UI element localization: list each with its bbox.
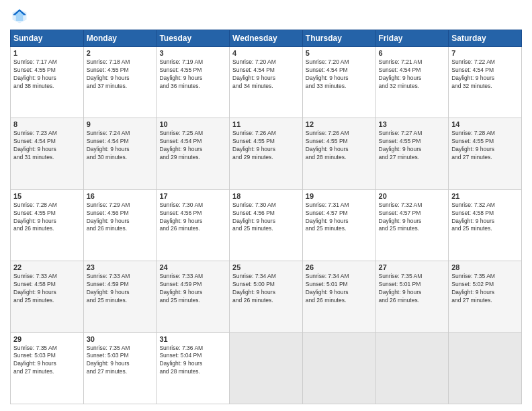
day-number: 19 (306, 192, 373, 200)
day-cell: 17Sunrise: 7:30 AM Sunset: 4:56 PM Dayli… (157, 189, 230, 261)
day-cell: 24Sunrise: 7:33 AM Sunset: 4:59 PM Dayli… (157, 261, 230, 332)
day-info: Sunrise: 7:17 AM Sunset: 4:55 PM Dayligh… (13, 58, 81, 91)
day-cell: 16Sunrise: 7:29 AM Sunset: 4:56 PM Dayli… (83, 189, 157, 261)
day-info: Sunrise: 7:27 AM Sunset: 4:55 PM Dayligh… (379, 130, 446, 162)
day-number: 7 (451, 49, 519, 57)
day-number: 28 (451, 263, 519, 271)
calendar-table: SundayMondayTuesdayWednesdayThursdayFrid… (10, 30, 522, 404)
day-cell: 4Sunrise: 7:20 AM Sunset: 4:54 PM Daylig… (230, 47, 303, 118)
day-number: 10 (159, 120, 226, 128)
day-info: Sunrise: 7:32 AM Sunset: 4:57 PM Dayligh… (379, 201, 446, 234)
day-cell: 12Sunrise: 7:26 AM Sunset: 4:55 PM Dayli… (302, 118, 375, 189)
day-cell: 13Sunrise: 7:27 AM Sunset: 4:55 PM Dayli… (375, 118, 449, 189)
day-number: 17 (159, 192, 226, 200)
weekday-header-thursday: Thursday (302, 30, 375, 47)
day-number: 12 (306, 120, 373, 128)
day-number: 6 (379, 49, 446, 57)
day-number: 23 (87, 263, 154, 271)
day-number: 15 (13, 192, 81, 200)
weekday-header-sunday: Sunday (11, 30, 84, 47)
day-number: 20 (379, 192, 446, 200)
header (10, 7, 522, 26)
week-row-3: 15Sunrise: 7:28 AM Sunset: 4:55 PM Dayli… (11, 189, 522, 261)
day-cell: 28Sunrise: 7:35 AM Sunset: 5:02 PM Dayli… (449, 261, 522, 332)
day-cell: 26Sunrise: 7:34 AM Sunset: 5:01 PM Dayli… (302, 261, 375, 332)
weekday-header-saturday: Saturday (449, 30, 522, 47)
day-cell: 15Sunrise: 7:28 AM Sunset: 4:55 PM Dayli… (11, 189, 84, 261)
day-info: Sunrise: 7:25 AM Sunset: 4:54 PM Dayligh… (159, 130, 226, 162)
day-info: Sunrise: 7:28 AM Sunset: 4:55 PM Dayligh… (451, 130, 519, 162)
day-cell: 21Sunrise: 7:32 AM Sunset: 4:58 PM Dayli… (449, 189, 522, 261)
day-info: Sunrise: 7:21 AM Sunset: 4:54 PM Dayligh… (379, 58, 446, 91)
day-number: 29 (13, 335, 81, 343)
day-number: 31 (159, 335, 226, 343)
day-cell: 5Sunrise: 7:20 AM Sunset: 4:54 PM Daylig… (302, 47, 375, 118)
weekday-header-friday: Friday (375, 30, 449, 47)
day-info: Sunrise: 7:26 AM Sunset: 4:55 PM Dayligh… (232, 130, 300, 162)
day-number: 1 (13, 49, 81, 57)
day-number: 11 (232, 120, 300, 128)
day-number: 21 (451, 192, 519, 200)
day-info: Sunrise: 7:33 AM Sunset: 4:59 PM Dayligh… (87, 273, 154, 305)
day-number: 8 (13, 120, 81, 128)
day-number: 27 (379, 263, 446, 271)
day-cell: 3Sunrise: 7:19 AM Sunset: 4:55 PM Daylig… (157, 47, 230, 118)
day-info: Sunrise: 7:33 AM Sunset: 4:58 PM Dayligh… (13, 273, 81, 305)
day-info: Sunrise: 7:22 AM Sunset: 4:54 PM Dayligh… (451, 58, 519, 91)
day-cell: 1Sunrise: 7:17 AM Sunset: 4:55 PM Daylig… (11, 47, 84, 118)
day-info: Sunrise: 7:20 AM Sunset: 4:54 PM Dayligh… (306, 58, 373, 91)
weekday-header-monday: Monday (83, 30, 157, 47)
day-cell: 23Sunrise: 7:33 AM Sunset: 4:59 PM Dayli… (83, 261, 157, 332)
day-number: 16 (87, 192, 154, 200)
day-number: 2 (87, 49, 154, 57)
day-cell: 18Sunrise: 7:30 AM Sunset: 4:56 PM Dayli… (230, 189, 303, 261)
day-cell: 19Sunrise: 7:31 AM Sunset: 4:57 PM Dayli… (302, 189, 375, 261)
weekday-header-tuesday: Tuesday (157, 30, 230, 47)
day-info: Sunrise: 7:31 AM Sunset: 4:57 PM Dayligh… (306, 201, 373, 234)
day-number: 5 (306, 49, 373, 57)
day-cell: 14Sunrise: 7:28 AM Sunset: 4:55 PM Dayli… (449, 118, 522, 189)
weekday-header-row: SundayMondayTuesdayWednesdayThursdayFrid… (11, 30, 522, 47)
day-info: Sunrise: 7:35 AM Sunset: 5:03 PM Dayligh… (87, 345, 154, 377)
week-row-1: 1Sunrise: 7:17 AM Sunset: 4:55 PM Daylig… (11, 47, 522, 118)
day-number: 18 (232, 192, 300, 200)
day-number: 3 (159, 49, 226, 57)
day-info: Sunrise: 7:34 AM Sunset: 5:00 PM Dayligh… (232, 273, 300, 305)
day-info: Sunrise: 7:23 AM Sunset: 4:54 PM Dayligh… (13, 130, 81, 162)
page: SundayMondayTuesdayWednesdayThursdayFrid… (0, 0, 532, 411)
week-row-5: 29Sunrise: 7:35 AM Sunset: 5:03 PM Dayli… (11, 332, 522, 404)
day-cell: 2Sunrise: 7:18 AM Sunset: 4:55 PM Daylig… (83, 47, 157, 118)
day-cell: 20Sunrise: 7:32 AM Sunset: 4:57 PM Dayli… (375, 189, 449, 261)
day-cell (230, 332, 303, 404)
day-info: Sunrise: 7:18 AM Sunset: 4:55 PM Dayligh… (87, 58, 154, 91)
day-cell: 30Sunrise: 7:35 AM Sunset: 5:03 PM Dayli… (83, 332, 157, 404)
day-cell (449, 332, 522, 404)
day-info: Sunrise: 7:32 AM Sunset: 4:58 PM Dayligh… (451, 201, 519, 234)
week-row-2: 8Sunrise: 7:23 AM Sunset: 4:54 PM Daylig… (11, 118, 522, 189)
day-info: Sunrise: 7:20 AM Sunset: 4:54 PM Dayligh… (232, 58, 300, 91)
day-info: Sunrise: 7:35 AM Sunset: 5:03 PM Dayligh… (13, 345, 81, 377)
day-info: Sunrise: 7:36 AM Sunset: 5:04 PM Dayligh… (159, 345, 226, 377)
day-info: Sunrise: 7:29 AM Sunset: 4:56 PM Dayligh… (87, 201, 154, 234)
logo (10, 7, 32, 26)
day-info: Sunrise: 7:26 AM Sunset: 4:55 PM Dayligh… (306, 130, 373, 162)
day-info: Sunrise: 7:30 AM Sunset: 4:56 PM Dayligh… (159, 201, 226, 234)
day-cell (375, 332, 449, 404)
day-cell: 9Sunrise: 7:24 AM Sunset: 4:54 PM Daylig… (83, 118, 157, 189)
logo-icon (10, 7, 29, 26)
day-info: Sunrise: 7:33 AM Sunset: 4:59 PM Dayligh… (159, 273, 226, 305)
day-info: Sunrise: 7:28 AM Sunset: 4:55 PM Dayligh… (13, 201, 81, 234)
day-cell: 25Sunrise: 7:34 AM Sunset: 5:00 PM Dayli… (230, 261, 303, 332)
day-info: Sunrise: 7:34 AM Sunset: 5:01 PM Dayligh… (306, 273, 373, 305)
day-number: 22 (13, 263, 81, 271)
day-info: Sunrise: 7:19 AM Sunset: 4:55 PM Dayligh… (159, 58, 226, 91)
day-info: Sunrise: 7:35 AM Sunset: 5:01 PM Dayligh… (379, 273, 446, 305)
day-cell: 11Sunrise: 7:26 AM Sunset: 4:55 PM Dayli… (230, 118, 303, 189)
week-row-4: 22Sunrise: 7:33 AM Sunset: 4:58 PM Dayli… (11, 261, 522, 332)
weekday-header-wednesday: Wednesday (230, 30, 303, 47)
day-number: 14 (451, 120, 519, 128)
day-info: Sunrise: 7:30 AM Sunset: 4:56 PM Dayligh… (232, 201, 300, 234)
day-cell: 29Sunrise: 7:35 AM Sunset: 5:03 PM Dayli… (11, 332, 84, 404)
day-number: 13 (379, 120, 446, 128)
day-number: 9 (87, 120, 154, 128)
